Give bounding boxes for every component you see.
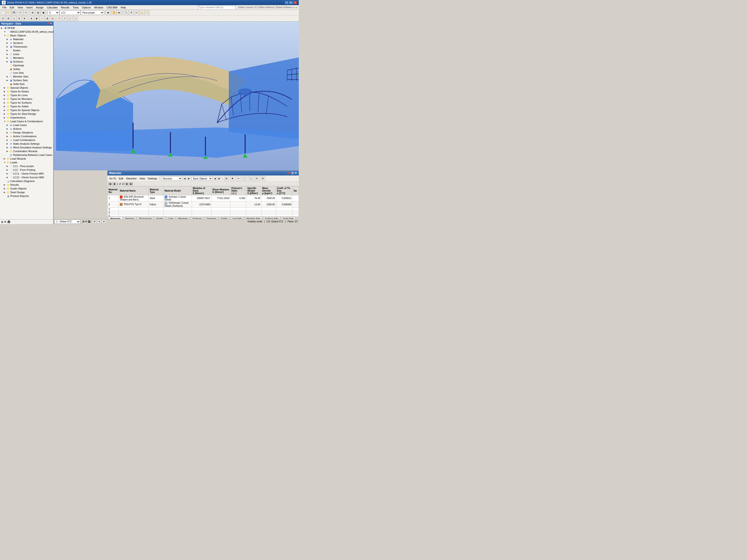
tree-load-combinations[interactable]: ▶ ⊛ Load Combinations: [0, 138, 53, 142]
tree-wind-simulation[interactable]: ▶ ⚙ Wind Simulation Analysis Settings: [0, 145, 53, 149]
table-row-empty[interactable]: 4: [108, 211, 299, 214]
tree-surface-sets[interactable]: ▶ ▦ Surface Sets: [0, 78, 53, 82]
tree-sections[interactable]: ▶ ⊕ Sections: [0, 41, 53, 45]
tree-lc11[interactable]: ▶ 📄 LC11 - Viento Presion MIN: [0, 172, 53, 176]
mat-obj-combo[interactable]: Basic Objects: [191, 177, 212, 181]
view3d-btn2[interactable]: ↗: [62, 16, 68, 21]
page-last[interactable]: ▶|: [130, 182, 133, 186]
col-material-model[interactable]: Material Model: [164, 186, 192, 195]
tree-types-lines[interactable]: ▶ 📁 Types for Lines: [0, 93, 53, 97]
page-first[interactable]: |◀: [108, 182, 111, 186]
menu-assign[interactable]: Assign: [34, 6, 45, 9]
col-poisson[interactable]: Poisson's Ratiov [−]: [230, 186, 246, 195]
menu-edit[interactable]: Edit: [8, 6, 16, 9]
tree-solid-sets[interactable]: ◼ Solid Sets: [0, 82, 53, 86]
tree-types-nodes[interactable]: ▶ 📁 Types for Nodes: [0, 89, 53, 93]
menu-help[interactable]: Help: [119, 6, 127, 9]
table-row-empty[interactable]: 5: [108, 214, 299, 216]
tool-btn2[interactable]: 🖱: [129, 10, 134, 15]
col-material-no[interactable]: Material No.: [108, 186, 119, 195]
lc-selector[interactable]: D: [48, 10, 59, 15]
calc-btn2[interactable]: ⏩: [111, 10, 116, 15]
tree-results[interactable]: ▶ 📁 Results: [0, 183, 53, 187]
table-row[interactable]: 2 PES-PVC Typ IV Fabric Orthotropic | Li…: [108, 202, 299, 208]
save-btn[interactable]: 💾: [11, 10, 16, 15]
calc-btn1[interactable]: ▶: [106, 10, 111, 15]
mat-filter-next[interactable]: ▶: [187, 177, 190, 180]
tree-load-cases-comb[interactable]: ▼ 📁 Load Cases & Combinations: [0, 119, 53, 123]
close-button[interactable]: ✕: [293, 1, 297, 4]
view-btn3[interactable]: ▣: [41, 10, 46, 15]
tree-members[interactable]: ▶ ╲ Members: [0, 56, 53, 60]
undo-btn[interactable]: ↩: [18, 10, 23, 15]
tree-openings[interactable]: ◯ Openings: [0, 63, 53, 67]
mat-tb7[interactable]: ⚙: [260, 176, 265, 181]
tree-calc-diagrams[interactable]: 📊 Calculation Diagrams: [0, 179, 53, 183]
materials-panel-pin[interactable]: 📌: [287, 171, 290, 175]
tree-static-analysis[interactable]: ▶ ⚙ Static Analysis Settings: [0, 142, 53, 145]
tree-thicknesses[interactable]: ▶ ▦ Thicknesses: [0, 45, 53, 49]
tree-rfem-root[interactable]: ▶ 🔷 RFEM: [0, 26, 53, 30]
tree-types-members[interactable]: ▶ 📁 Types for Members: [0, 97, 53, 101]
status-icon3[interactable]: 🎥: [88, 220, 91, 223]
minimize-button[interactable]: −: [285, 1, 288, 4]
col-op[interactable]: Op: [292, 186, 299, 195]
tree-file[interactable]: ▼ 📄 WAGG-CARP-ES01-W-SR_without_results.…: [0, 30, 53, 34]
tree-loads[interactable]: ▼ 📁 Loads: [0, 161, 53, 164]
view3d-btn4[interactable]: ↘: [73, 16, 78, 21]
menu-file[interactable]: File: [1, 6, 8, 9]
menu-insert[interactable]: Insert: [25, 6, 34, 9]
mat-tb6[interactable]: fx: [254, 176, 259, 181]
mat-menu-view[interactable]: View: [138, 177, 146, 180]
viewport-3d[interactable]: [54, 22, 299, 170]
mat-tb5[interactable]: 🔍: [248, 176, 253, 181]
render-btn5[interactable]: ◎: [50, 16, 55, 21]
render-btn3[interactable]: ◌: [40, 16, 45, 21]
status-tb1[interactable]: ⊞: [93, 220, 97, 223]
status-icon1[interactable]: 🖥: [82, 220, 84, 223]
col-spec-weight[interactable]: Specific WeightG [kN/m³]: [246, 186, 261, 195]
view3d-btn3[interactable]: ↙: [68, 16, 73, 21]
status-icon2[interactable]: 👁: [85, 220, 87, 223]
nav-pin-btn[interactable]: 📌: [47, 22, 50, 25]
snap-btn4[interactable]: ⊛: [17, 16, 22, 21]
col-th-exp[interactable]: Coeff. of Th. Exp.α [1/°C]: [276, 186, 292, 195]
mat-obj-prev[interactable]: ◀: [213, 177, 216, 180]
col-mass-density[interactable]: Mass Densityρ [kg/m³]: [261, 186, 276, 195]
menu-view[interactable]: View: [16, 6, 25, 9]
menu-cad-bim[interactable]: CAD-BIM: [105, 6, 119, 9]
mat-filter-prev[interactable]: ◀: [183, 177, 186, 180]
mat-menu-goto[interactable]: Go To: [108, 177, 117, 180]
view3d-btn1[interactable]: ↖: [57, 16, 62, 21]
tree-action-combinations[interactable]: ▶ ⊛ Action Combinations: [0, 134, 53, 138]
open-btn[interactable]: 📂: [6, 10, 11, 15]
snap-btn1[interactable]: ⊡: [0, 16, 6, 21]
render-btn2[interactable]: ◉: [34, 16, 39, 21]
col-e-modulus[interactable]: Modulus of Elast.E [N/mm²]: [192, 186, 211, 195]
menu-calculate[interactable]: Calculate: [46, 6, 59, 9]
tree-surfaces[interactable]: ▶ ▦ Surfaces: [0, 60, 53, 63]
tree-line-sets[interactable]: ╱ Line Sets: [0, 71, 53, 75]
tree-steel-design[interactable]: ▶ 📁 Steel Design: [0, 190, 53, 194]
table-row[interactable]: 1 A36 (HR Structural Shapes and Bars) St…: [108, 195, 299, 202]
render-btn1[interactable]: ◈: [29, 16, 34, 21]
mat-obj-next[interactable]: ▶: [217, 177, 221, 180]
tree-special-objects[interactable]: ▶ 📁 Special Objects: [0, 86, 53, 89]
redo-btn[interactable]: ↪: [23, 10, 28, 15]
tool-btn3[interactable]: ✏: [134, 10, 139, 15]
tree-nodes[interactable]: ▶ · Nodes: [0, 49, 53, 52]
view-btn2[interactable]: ▤: [35, 10, 41, 15]
tree-printout-reports[interactable]: 🖨 Printout Reports: [0, 194, 53, 198]
view-selector[interactable]: 1 - Global XYZ: [55, 219, 80, 224]
tree-solids[interactable]: ◼ Solids: [0, 67, 53, 71]
tree-types-solids[interactable]: ▶ 📁 Types for Solids: [0, 105, 53, 108]
load-case-combo[interactable]: Peso propio: [81, 10, 104, 15]
tree-types-surfaces[interactable]: ▶ 📁 Types for Surfaces: [0, 101, 53, 105]
tree-imperfections[interactable]: ▶ 📁 Imperfections: [0, 116, 53, 119]
nav-icon1[interactable]: 🖥: [1, 220, 3, 223]
tree-materials[interactable]: ▶ ◈ Materials: [0, 37, 53, 41]
tree-lines[interactable]: ▶ ╱ Lines: [0, 52, 53, 56]
snap-btn3[interactable]: △: [11, 16, 16, 21]
mat-menu-selection[interactable]: Selection: [125, 177, 137, 180]
menu-options[interactable]: Options: [80, 6, 92, 9]
